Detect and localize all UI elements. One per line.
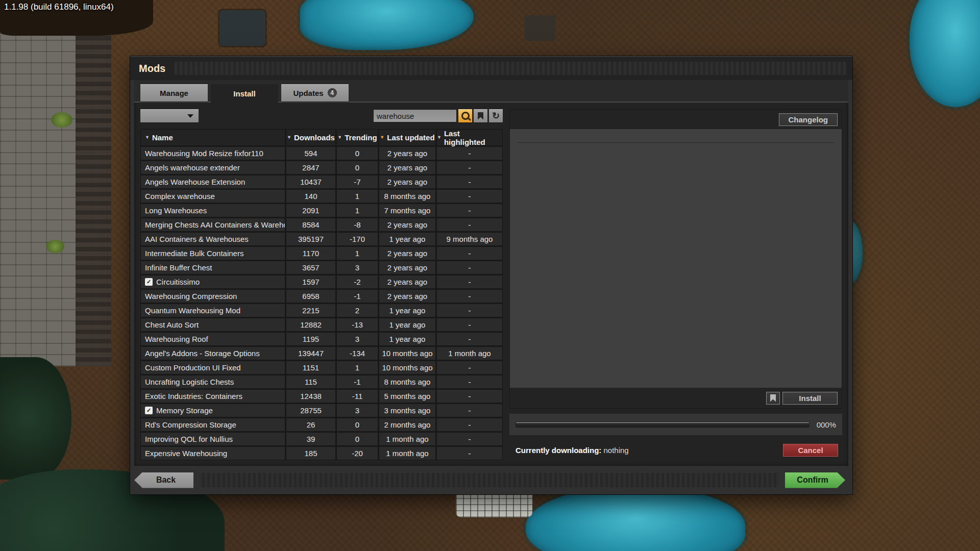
table-row[interactable]: Chest Auto Sort12882-131 year ago- xyxy=(141,318,502,331)
last-updated-cell: 7 months ago xyxy=(379,204,435,217)
trending-cell: 3 xyxy=(337,333,378,345)
sort-arrow-icon: ▼ xyxy=(380,135,384,140)
table-row[interactable]: Complex warehouse14018 months ago- xyxy=(141,190,502,203)
mod-name-cell: Uncrafting Logistic Chests xyxy=(141,375,285,388)
table-row[interactable]: AAI Containers & Warehouses395197-1701 y… xyxy=(141,233,502,245)
last-updated-cell: 1 month ago xyxy=(379,433,435,445)
downloads-cell: 8584 xyxy=(286,218,335,231)
table-row[interactable]: Quantum Warehousing Mod221521 year ago- xyxy=(141,304,502,317)
mod-name: Chest Auto Sort xyxy=(145,320,199,329)
cancel-button[interactable]: Cancel xyxy=(783,444,838,457)
downloads-cell: 1170 xyxy=(286,247,335,260)
mod-name-cell: AAI Containers & Warehouses xyxy=(141,233,285,245)
table-row[interactable]: ✓Memory Storage2875533 months ago- xyxy=(141,404,502,417)
trending-cell: -11 xyxy=(337,390,378,403)
filter-dropdown[interactable] xyxy=(140,109,199,122)
trending-cell: 0 xyxy=(337,147,378,160)
last-highlighted-cell: 1 month ago xyxy=(437,347,502,360)
refresh-button[interactable]: ↻ xyxy=(489,109,503,122)
search-input[interactable] xyxy=(373,109,457,122)
last-updated-cell: 8 months ago xyxy=(379,190,435,203)
details-actions: Install xyxy=(510,388,842,408)
last-updated-cell: 2 years ago xyxy=(379,276,435,288)
last-highlighted-cell: - xyxy=(437,361,502,374)
download-status-value: nothing xyxy=(604,446,629,455)
forest-left xyxy=(0,357,71,480)
table-row[interactable]: Rd's Compression Storage2602 months ago- xyxy=(141,418,502,431)
conveyor-belts xyxy=(76,30,111,366)
mod-name-cell: Long Warehouses xyxy=(141,204,285,217)
trending-cell: 0 xyxy=(337,161,378,174)
install-button[interactable]: Install xyxy=(782,392,838,405)
table-row[interactable]: Long Warehouses209117 months ago- xyxy=(141,204,502,217)
downloads-cell: 6958 xyxy=(286,290,335,303)
trending-cell: 1 xyxy=(337,190,378,203)
tab-label: Updates xyxy=(293,89,323,97)
mod-name: Memory Storage xyxy=(156,406,213,415)
mod-name: Complex warehouse xyxy=(145,192,215,201)
bookmark-toggle-button[interactable] xyxy=(766,392,780,405)
table-row[interactable]: Warehousing Roof119531 year ago- xyxy=(141,333,502,345)
table-row[interactable]: Angel's Addons - Storage Options139447-1… xyxy=(141,347,502,360)
last-updated-cell: 8 months ago xyxy=(379,375,435,388)
trending-cell: -170 xyxy=(337,233,378,245)
tab-install[interactable]: Install xyxy=(211,84,278,103)
changelog-button[interactable]: Changelog xyxy=(779,113,838,126)
table-row[interactable]: Warehousing Mod Resize fixfor11059402 ye… xyxy=(141,147,502,160)
last-updated-cell: 2 years ago xyxy=(379,261,435,274)
mod-name: Angel's Addons - Storage Options xyxy=(145,349,260,358)
back-button[interactable]: Back xyxy=(134,472,193,488)
table-row[interactable]: Infinite Buffer Chest365732 years ago- xyxy=(141,261,502,274)
mod-name-cell: Warehousing Compression xyxy=(141,290,285,303)
column-header-trending[interactable]: ▼Trending xyxy=(337,130,378,145)
column-header-last_updated[interactable]: ▼Last updated xyxy=(379,130,435,145)
table-row[interactable]: Angels warehouse extender284702 years ag… xyxy=(141,161,502,174)
column-header-last_highlighted[interactable]: ▼Last highlighted xyxy=(437,130,502,145)
tab-updates[interactable]: Updates 4 xyxy=(281,84,349,102)
last-highlighted-cell: - xyxy=(437,176,502,188)
mod-details-panel: Changelog Install xyxy=(509,109,842,409)
dialog-titlebar[interactable]: Mods xyxy=(130,57,852,80)
table-row[interactable]: Angels Warehouse Extension10437-72 years… xyxy=(141,176,502,188)
table-row[interactable]: Exotic Industries: Containers12438-115 m… xyxy=(141,390,502,403)
table-row[interactable]: Merging Chests AAI Containers & Warehous… xyxy=(141,218,502,231)
mod-list-panel: ↻ ▼Name▼Downloads▼Trending▼Last updated▼… xyxy=(140,109,503,460)
table-row[interactable]: Warehousing Compression6958-12 years ago… xyxy=(141,290,502,303)
table-row[interactable]: Expensive Warehousing185-201 month ago- xyxy=(141,447,502,460)
last-highlighted-cell: - xyxy=(437,290,502,303)
confirm-button[interactable]: Confirm xyxy=(785,472,845,488)
details-header: Changelog xyxy=(510,110,842,129)
column-label: Last highlighted xyxy=(444,129,502,146)
table-row[interactable]: Intermediate Bulk Containers117012 years… xyxy=(141,247,502,260)
mod-name-cell: ✓Circuitissimo xyxy=(141,276,285,288)
progress-bar xyxy=(516,421,810,428)
table-row[interactable]: Uncrafting Logistic Chests115-18 months … xyxy=(141,375,502,388)
bookmark-filter-button[interactable] xyxy=(474,109,487,122)
titlebar-drag-handle[interactable] xyxy=(175,62,846,75)
enabled-checkbox-icon: ✓ xyxy=(145,278,153,286)
last-updated-cell: 10 months ago xyxy=(379,361,435,374)
last-highlighted-cell: - xyxy=(437,418,502,431)
trending-cell: -1 xyxy=(337,375,378,388)
updates-count-badge: 4 xyxy=(328,88,337,97)
column-header-downloads[interactable]: ▼Downloads xyxy=(286,130,335,145)
mod-name-cell: Merging Chests AAI Containers & Warehous… xyxy=(141,218,285,231)
column-header-name[interactable]: ▼Name xyxy=(141,130,285,145)
table-row[interactable]: ✓Circuitissimo1597-22 years ago- xyxy=(141,276,502,288)
tab-manage[interactable]: Manage xyxy=(140,84,208,102)
table-row[interactable]: Improving QOL for Nullius3901 month ago- xyxy=(141,433,502,445)
footer-drag-handle[interactable] xyxy=(200,473,779,487)
mod-name: Angels warehouse extender xyxy=(145,163,240,172)
mod-name: Warehousing Compression xyxy=(145,292,237,300)
search-button[interactable] xyxy=(458,109,472,122)
downloads-cell: 10437 xyxy=(286,176,335,188)
trending-cell: -7 xyxy=(337,176,378,188)
trending-cell: -134 xyxy=(337,347,378,360)
downloads-cell: 1597 xyxy=(286,276,335,288)
table-row[interactable]: Custom Production UI Fixed1151110 months… xyxy=(141,361,502,374)
download-status-row: Currently downloading: nothing Cancel xyxy=(509,440,842,460)
sort-arrow-icon: ▼ xyxy=(437,135,442,140)
chevron-down-icon xyxy=(187,114,193,118)
downloads-cell: 115 xyxy=(286,375,335,388)
last-updated-cell: 2 years ago xyxy=(379,247,435,260)
